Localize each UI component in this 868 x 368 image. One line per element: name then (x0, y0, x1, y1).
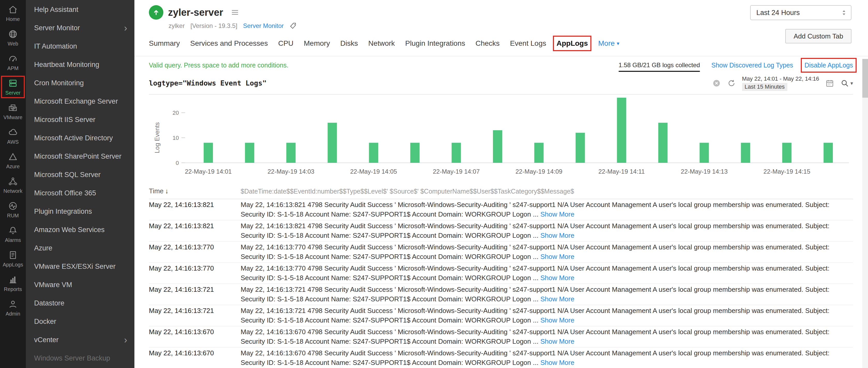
query-input[interactable]: logtype="Windows Event Logs" (149, 79, 267, 87)
sidebar-item-heartbeat-monitoring[interactable]: Heartbeat Monitoring (26, 56, 134, 74)
bar-chart-icon (8, 275, 18, 284)
sidebar-item-microsoft-active-directory[interactable]: Microsoft Active Directory (26, 129, 134, 147)
show-more-link[interactable]: Show More (540, 274, 575, 282)
sidebar-item-it-automation[interactable]: IT Automation (26, 37, 134, 56)
chart-bar[interactable] (741, 143, 750, 163)
sidebar-item-windows-server-backup[interactable]: Windows Server Backup (26, 349, 134, 367)
refresh-icon[interactable] (727, 79, 736, 88)
chart-bar[interactable] (204, 143, 213, 163)
rail-item-reports[interactable]: Reports (0, 271, 26, 296)
search-button[interactable]: ▾ (840, 79, 853, 88)
chart-y-axis-label: Log Events (154, 122, 160, 153)
chart-bar[interactable] (328, 123, 337, 163)
tab-checks[interactable]: Checks (476, 39, 500, 48)
rail-item-label: Azure (6, 163, 20, 170)
rail-item-alarms[interactable]: Alarms (0, 222, 26, 247)
sidebar-item-label: Microsoft Exchange Server (34, 97, 118, 105)
rail-item-web[interactable]: Web (0, 26, 26, 50)
sidebar-item-label: IT Automation (34, 42, 77, 51)
show-more-link[interactable]: Show More (540, 338, 575, 345)
sidebar-item-azure[interactable]: Azure (26, 239, 134, 257)
show-more-link[interactable]: Show More (540, 232, 575, 239)
tab-services-and-processes[interactable]: Services and Processes (190, 39, 268, 48)
gauge-icon (8, 54, 18, 64)
chart-bar[interactable] (369, 143, 378, 163)
sidebar-item-microsoft-exchange-server[interactable]: Microsoft Exchange Server (26, 92, 134, 111)
menu-icon[interactable] (230, 8, 240, 17)
show-more-link[interactable]: Show More (540, 359, 575, 366)
sidebar-item-amazon-web-services[interactable]: Amazon Web Services (26, 221, 134, 239)
logs-usage: 1.58 GB/21 GB logs collected (619, 62, 700, 72)
scrollbar-thumb[interactable] (862, 59, 868, 98)
chart-bar[interactable] (576, 132, 585, 162)
rail-item-network[interactable]: Network (0, 173, 26, 197)
sort-descending-icon[interactable]: ↓ (165, 187, 168, 195)
sidebar-item-vmware-vm[interactable]: VMware VM (26, 276, 134, 294)
tab-summary[interactable]: Summary (149, 39, 180, 48)
chart-bar[interactable] (452, 143, 461, 163)
rail-item-apm[interactable]: APM (0, 50, 26, 75)
monitor-type-link[interactable]: Server Monitor (243, 22, 284, 29)
sidebar-item-datastore[interactable]: Datastore (26, 294, 134, 312)
sidebar-item-vmware-esx-esxi-server[interactable]: VMware ESX/ESXi Server (26, 257, 134, 276)
sidebar-item-server-monitor[interactable]: Server Monitor› (26, 19, 134, 37)
clear-query-icon[interactable] (712, 79, 721, 88)
date-range[interactable]: May 22, 14:01 - May 22, 14:16 Last 15 Mi… (742, 75, 819, 91)
pulse-icon (8, 201, 18, 211)
tab-applogs[interactable]: AppLogs (557, 39, 588, 48)
rail-item-aws[interactable]: AWS (0, 124, 26, 148)
rail-item-server[interactable]: Server (0, 75, 26, 99)
tag-icon[interactable] (289, 22, 297, 29)
tab-memory[interactable]: Memory (304, 39, 330, 48)
tab-event-logs[interactable]: Event Logs (510, 39, 546, 48)
rail-item-admin[interactable]: Admin (0, 296, 26, 320)
rail-item-home[interactable]: Home (0, 1, 26, 26)
chart-bar[interactable] (493, 130, 502, 163)
chart-bar[interactable] (245, 143, 254, 163)
monitor-up-status-icon (149, 5, 163, 20)
tab-network[interactable]: Network (368, 39, 395, 48)
sidebar-item-help-assistant[interactable]: Help Assistant (26, 1, 134, 19)
show-more-link[interactable]: Show More (540, 253, 575, 260)
show-more-link[interactable]: Show More (540, 316, 575, 324)
rail-item-vmware[interactable]: VMware (0, 99, 26, 124)
tab-disks[interactable]: Disks (340, 39, 358, 48)
chart-bar[interactable] (658, 123, 668, 163)
rail-item-applogs[interactable]: AppLogs (0, 247, 26, 271)
calendar-icon[interactable] (825, 79, 834, 88)
time-range-select[interactable]: Last 24 Hours (750, 5, 851, 20)
sidebar-item-cron-monitoring[interactable]: Cron Monitoring (26, 74, 134, 92)
tab-plugin-integrations[interactable]: Plugin Integrations (405, 39, 465, 48)
rail-item-rum[interactable]: RUM (0, 197, 26, 222)
sidebar-item-vcenter[interactable]: vCenter› (26, 331, 134, 349)
chart-bar[interactable] (286, 143, 296, 163)
rail-item-azure[interactable]: Azure (0, 148, 26, 173)
tab-more[interactable]: More▾ (598, 39, 619, 48)
time-column-header[interactable]: Time (149, 187, 164, 195)
show-more-link[interactable]: Show More (540, 295, 575, 303)
chart-bar[interactable] (534, 143, 544, 163)
chart-bar[interactable] (700, 143, 709, 163)
sidebar-item-microsoft-sql-server[interactable]: Microsoft SQL Server (26, 166, 134, 184)
sidebar-item-microsoft-sharepoint-server[interactable]: Microsoft SharePoint Server (26, 147, 134, 166)
main-content: zyler-server zylker [Version - 19.3.5] S… (134, 0, 868, 368)
disable-applogs-link[interactable]: Disable AppLogs (804, 62, 853, 69)
tab-cpu[interactable]: CPU (278, 39, 293, 48)
log-table-header-row: Time↓ $DateTime:date$$EventId:number$$Ty… (149, 185, 853, 199)
sidebar-item-docker[interactable]: Docker (26, 312, 134, 331)
add-custom-tab-button[interactable]: Add Custom Tab (785, 29, 851, 43)
show-more-link[interactable]: Show More (540, 210, 575, 218)
chart-bar[interactable] (824, 143, 833, 163)
chart-bar[interactable] (617, 98, 626, 163)
azure-icon (8, 152, 18, 162)
sidebar-item-plugin-integrations[interactable]: Plugin Integrations (26, 202, 134, 221)
sidebar-item-microsoft-office-365[interactable]: Microsoft Office 365 (26, 184, 134, 202)
chart-bar[interactable] (782, 143, 792, 163)
sidebar-item-microsoft-iis-server[interactable]: Microsoft IIS Server (26, 111, 134, 129)
chart-bar[interactable] (410, 143, 420, 163)
y-tick-label: 10 (173, 135, 179, 141)
show-discovered-log-types-link[interactable]: Show Discovered Log Types (711, 62, 793, 69)
scrollbar[interactable] (862, 59, 868, 368)
cloud-icon (8, 127, 18, 137)
log-time: May 22, 14:16:13:821 (149, 199, 241, 220)
